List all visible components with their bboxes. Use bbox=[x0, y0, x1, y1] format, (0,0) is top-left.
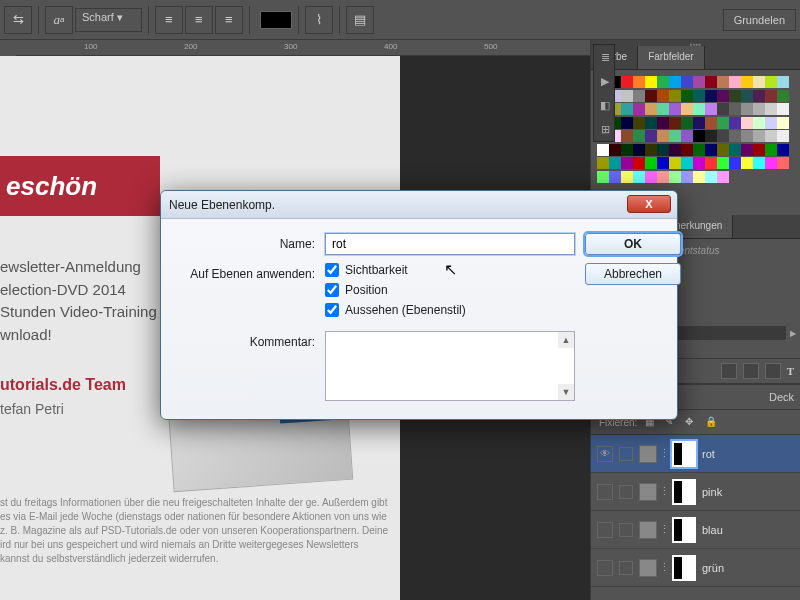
orientation-toggle-icon[interactable]: ⇆ bbox=[4, 6, 32, 34]
swatch[interactable] bbox=[705, 76, 717, 88]
position-checkbox[interactable] bbox=[325, 283, 339, 297]
swatch[interactable] bbox=[729, 144, 741, 156]
align-right-icon[interactable]: ≡ bbox=[215, 6, 243, 34]
swatch[interactable] bbox=[669, 76, 681, 88]
swatch[interactable] bbox=[621, 130, 633, 142]
swatch[interactable] bbox=[693, 157, 705, 169]
swatch[interactable] bbox=[621, 144, 633, 156]
swatch[interactable] bbox=[645, 171, 657, 183]
swatch[interactable] bbox=[717, 144, 729, 156]
swatch[interactable] bbox=[705, 157, 717, 169]
swatch[interactable] bbox=[705, 90, 717, 102]
swatch[interactable] bbox=[777, 144, 789, 156]
scroll-up-icon[interactable]: ▲ bbox=[558, 332, 574, 348]
swatch[interactable] bbox=[753, 103, 765, 115]
swatch[interactable] bbox=[741, 117, 753, 129]
swatch[interactable] bbox=[717, 157, 729, 169]
swatch[interactable] bbox=[669, 144, 681, 156]
filter-kind-icon[interactable] bbox=[743, 363, 759, 379]
mask-link-icon[interactable]: ⋮ bbox=[659, 523, 670, 536]
swatch[interactable] bbox=[753, 130, 765, 142]
swatch[interactable] bbox=[645, 90, 657, 102]
swatch[interactable] bbox=[753, 144, 765, 156]
swatch[interactable] bbox=[633, 171, 645, 183]
swatch[interactable] bbox=[621, 157, 633, 169]
swatches-grid[interactable] bbox=[591, 70, 800, 190]
swatch[interactable] bbox=[681, 117, 693, 129]
visibility-toggle[interactable] bbox=[597, 522, 613, 538]
workspace-switcher[interactable]: Grundelen bbox=[723, 9, 796, 31]
align-center-icon[interactable]: ≡ bbox=[185, 6, 213, 34]
swatch[interactable] bbox=[681, 103, 693, 115]
swatch[interactable] bbox=[633, 103, 645, 115]
swatch[interactable] bbox=[657, 76, 669, 88]
swatch[interactable] bbox=[669, 171, 681, 183]
swatch[interactable] bbox=[633, 76, 645, 88]
swatch[interactable] bbox=[597, 171, 609, 183]
layer-row[interactable]: ⋮pink bbox=[591, 473, 800, 511]
visibility-toggle[interactable] bbox=[597, 484, 613, 500]
swatch[interactable] bbox=[657, 171, 669, 183]
mask-link-icon[interactable]: ⋮ bbox=[659, 561, 670, 574]
swatch[interactable] bbox=[705, 144, 717, 156]
swatch[interactable] bbox=[633, 117, 645, 129]
swatch[interactable] bbox=[669, 130, 681, 142]
swatch[interactable] bbox=[645, 144, 657, 156]
swatch[interactable] bbox=[717, 117, 729, 129]
panel-icon[interactable]: ◧ bbox=[594, 93, 616, 117]
swatch[interactable] bbox=[693, 76, 705, 88]
swatch[interactable] bbox=[741, 130, 753, 142]
swatch[interactable] bbox=[717, 171, 729, 183]
tab-farbfelder[interactable]: Farbfelder bbox=[638, 46, 705, 69]
swatch[interactable] bbox=[753, 90, 765, 102]
swatch[interactable] bbox=[777, 90, 789, 102]
lock-move-icon[interactable]: ✥ bbox=[685, 416, 697, 428]
anti-alias-icon[interactable]: aa bbox=[45, 6, 73, 34]
swatch[interactable] bbox=[597, 157, 609, 169]
layer-row[interactable]: 👁⋮rot bbox=[591, 435, 800, 473]
swatch[interactable] bbox=[645, 76, 657, 88]
swatch[interactable] bbox=[729, 76, 741, 88]
swatch[interactable] bbox=[645, 130, 657, 142]
swatch[interactable] bbox=[765, 130, 777, 142]
swatch[interactable] bbox=[765, 90, 777, 102]
swatch[interactable] bbox=[657, 117, 669, 129]
panel-icon[interactable]: ▶ bbox=[594, 69, 616, 93]
swatch[interactable] bbox=[741, 103, 753, 115]
swatch[interactable] bbox=[609, 157, 621, 169]
swatch[interactable] bbox=[681, 157, 693, 169]
swatch[interactable] bbox=[693, 117, 705, 129]
swatch[interactable] bbox=[753, 117, 765, 129]
anti-alias-select[interactable]: Scharf ▾ bbox=[75, 8, 142, 32]
panel-icon[interactable]: ⊞ bbox=[594, 117, 616, 141]
swatch[interactable] bbox=[729, 130, 741, 142]
swatch[interactable] bbox=[705, 103, 717, 115]
swatch[interactable] bbox=[693, 103, 705, 115]
swatch[interactable] bbox=[681, 90, 693, 102]
swatch[interactable] bbox=[717, 103, 729, 115]
swatch[interactable] bbox=[681, 130, 693, 142]
swatch[interactable] bbox=[705, 171, 717, 183]
swatch[interactable] bbox=[777, 157, 789, 169]
swatch[interactable] bbox=[621, 117, 633, 129]
swatch[interactable] bbox=[657, 130, 669, 142]
swatch[interactable] bbox=[621, 76, 633, 88]
scroll-right-icon[interactable]: ▶ bbox=[786, 326, 800, 340]
swatch[interactable] bbox=[765, 117, 777, 129]
swatch[interactable] bbox=[753, 157, 765, 169]
comment-textarea[interactable]: ▲ ▼ bbox=[325, 331, 575, 401]
swatch[interactable] bbox=[657, 103, 669, 115]
appearance-checkbox[interactable] bbox=[325, 303, 339, 317]
swatch[interactable] bbox=[657, 144, 669, 156]
cancel-button[interactable]: Abbrechen bbox=[585, 263, 681, 285]
swatch[interactable] bbox=[741, 76, 753, 88]
ok-button[interactable]: OK bbox=[585, 233, 681, 255]
layer-checkbox[interactable] bbox=[619, 561, 633, 575]
swatch[interactable] bbox=[597, 144, 609, 156]
swatch[interactable] bbox=[609, 144, 621, 156]
swatch[interactable] bbox=[765, 76, 777, 88]
panel-icon[interactable]: ≣ bbox=[594, 45, 616, 69]
swatch[interactable] bbox=[609, 171, 621, 183]
layer-row[interactable]: ⋮grün bbox=[591, 549, 800, 587]
swatch[interactable] bbox=[633, 130, 645, 142]
